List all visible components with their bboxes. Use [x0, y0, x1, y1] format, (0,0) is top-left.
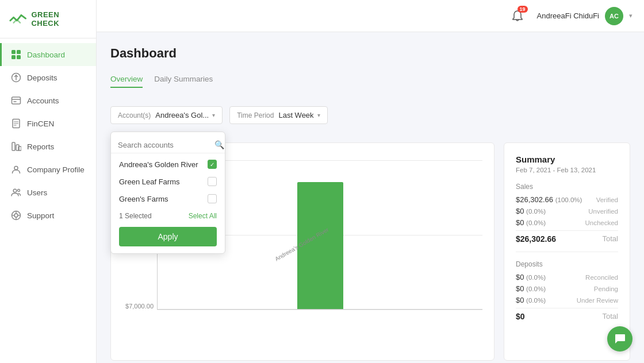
sales-total-row: $26,302.66 Total — [516, 230, 618, 244]
svg-point-22 — [14, 214, 18, 217]
accounts-dropdown-button[interactable]: Account(s) Andreea's Gol... ▾ — [110, 106, 223, 124]
sales-status-2: Unverified — [588, 208, 618, 215]
svg-point-18 — [14, 167, 18, 170]
svg-rect-1 — [17, 50, 21, 54]
user-avatar: AC — [605, 7, 623, 25]
accounts-label: Account(s) — [118, 111, 151, 119]
logo-text: GREEN CHECK — [31, 10, 87, 28]
summary-date: Feb 7, 2021 - Feb 13, 2021 — [516, 167, 618, 173]
user-info[interactable]: AndreeaFi ChiduFi AC ▾ — [537, 7, 632, 25]
account-option-3-label: Green's Farms — [119, 195, 168, 203]
sidebar-item-users[interactable]: Users — [0, 181, 96, 204]
sales-pct-1: (100.0%) — [555, 196, 582, 203]
selected-count: 1 Selected — [119, 212, 152, 220]
time-period-value: Last Week — [278, 111, 313, 119]
svg-point-20 — [18, 190, 20, 192]
deposits-section-title: Deposits — [516, 260, 618, 268]
sales-section: Sales $26,302.66 (100.0%) Verified $0 (0… — [516, 183, 618, 244]
accounts-icon — [11, 95, 21, 106]
summary-title: Summary — [516, 155, 618, 164]
account-option-3[interactable]: Green's Farms — [111, 190, 225, 207]
dashboard-tabs: Overview Daily Summaries — [110, 75, 630, 88]
deposits-amount-2-val: $0 — [516, 284, 524, 293]
sales-amount-3-val: $0 — [516, 218, 524, 227]
account-option-2-checkbox[interactable] — [208, 177, 217, 186]
chat-icon — [614, 333, 626, 345]
sales-pct-3: (0.0%) — [526, 219, 546, 226]
sidebar-item-label-users: Users — [27, 188, 47, 197]
sales-row-3: $0 (0.0%) Unchecked — [516, 218, 618, 227]
deposits-status-3: Under Review — [577, 297, 618, 304]
tab-overview[interactable]: Overview — [110, 75, 143, 88]
sidebar-item-label-support: Support — [27, 211, 54, 220]
select-all-link[interactable]: Select All — [189, 212, 217, 220]
sidebar-item-label-accounts: Accounts — [27, 96, 59, 105]
time-period-chevron-icon: ▾ — [317, 112, 320, 118]
sidebar: GREEN CHECK Dashboard Deposits — [0, 0, 97, 363]
sidebar-item-support[interactable]: Support — [0, 204, 96, 227]
sales-amount-1: $26,302.66 (100.0%) — [516, 195, 582, 204]
fincen-icon — [11, 118, 21, 129]
deposits-amount-1: $0 (0.0%) — [516, 273, 546, 281]
deposits-amount-3-val: $0 — [516, 296, 524, 304]
accounts-value: Andreea's Gol... — [155, 111, 209, 119]
support-icon — [11, 210, 21, 221]
account-option-2[interactable]: Green Leaf Farms — [111, 173, 225, 190]
deposits-section: Deposits $0 (0.0%) Reconciled $0 (0.0%) — [516, 260, 618, 321]
deposits-icon — [11, 72, 21, 83]
apply-button[interactable]: Apply — [119, 227, 217, 246]
accounts-dropdown-menu: 🔍 Andreea's Golden River ✓ Green Leaf Fa… — [110, 132, 225, 254]
sidebar-item-label-fincen: FinCEN — [27, 119, 54, 128]
sidebar-item-reports[interactable]: Reports — [0, 135, 96, 158]
sidebar-item-label-reports: Reports — [27, 142, 54, 151]
sidebar-item-dashboard[interactable]: Dashboard — [0, 43, 96, 66]
sales-row-1: $26,302.66 (100.0%) Verified — [516, 195, 618, 204]
account-option-1-checkbox[interactable]: ✓ — [208, 160, 217, 169]
deposits-row-3: $0 (0.0%) Under Review — [516, 296, 618, 304]
sales-amount-2: $0 (0.0%) — [516, 207, 546, 215]
svg-rect-8 — [12, 97, 21, 104]
users-icon — [11, 187, 21, 198]
sales-section-title: Sales — [516, 183, 618, 191]
sidebar-item-label-deposits: Deposits — [27, 74, 57, 82]
sales-total-label: Total — [603, 234, 618, 244]
sidebar-item-deposits[interactable]: Deposits — [0, 66, 96, 89]
deposits-total-amount: $0 — [516, 312, 525, 321]
deposits-pct-3: (0.0%) — [526, 297, 546, 304]
time-period-label: Time Period — [237, 111, 274, 119]
account-option-1[interactable]: Andreea's Golden River ✓ — [111, 156, 225, 173]
summary-divider — [516, 252, 618, 252]
sidebar-item-label-dashboard: Dashboard — [27, 51, 65, 59]
deposits-total-label: Total — [603, 312, 618, 321]
company-profile-icon — [11, 164, 21, 175]
sales-status-1: Verified — [596, 196, 618, 203]
deposits-status-2: Pending — [594, 285, 618, 292]
sidebar-item-fincen[interactable]: FinCEN — [0, 112, 96, 135]
time-period-dropdown-button[interactable]: Time Period Last Week ▾ — [229, 106, 327, 124]
user-menu-chevron: ▾ — [629, 12, 632, 20]
sidebar-item-accounts[interactable]: Accounts — [0, 89, 96, 112]
summary-card: Summary Feb 7, 2021 - Feb 13, 2021 Sales… — [504, 142, 630, 361]
chat-button[interactable] — [607, 326, 632, 352]
account-option-3-checkbox[interactable] — [208, 194, 217, 203]
reports-icon — [11, 141, 21, 152]
notification-badge: 19 — [518, 6, 528, 13]
deposits-pct-2: (0.0%) — [526, 285, 546, 292]
toolbar: Account(s) Andreea's Gol... ▾ Time Perio… — [110, 106, 630, 124]
tab-daily-summaries[interactable]: Daily Summaries — [154, 75, 213, 88]
deposits-total-row: $0 Total — [516, 308, 618, 321]
deposits-amount-2: $0 (0.0%) — [516, 284, 546, 293]
sales-status-3: Unchecked — [585, 219, 618, 226]
sidebar-item-label-company-profile: Company Profile — [27, 165, 85, 174]
account-option-1-label: Andreea's Golden River — [119, 160, 198, 169]
topbar: 19 AndreeaFi ChiduFi AC ▾ — [97, 0, 644, 32]
search-icon: 🔍 — [214, 140, 224, 149]
account-option-2-label: Green Leaf Farms — [119, 177, 180, 186]
dropdown-footer: 1 Selected Select All — [111, 207, 225, 221]
sidebar-item-company-profile[interactable]: Company Profile — [0, 158, 96, 181]
notification-button[interactable]: 19 — [507, 6, 528, 26]
content-area: Dashboard Overview Daily Summaries Accou… — [97, 32, 644, 363]
accounts-chevron-icon: ▾ — [212, 112, 215, 118]
search-input[interactable] — [118, 141, 214, 149]
user-name: AndreeaFi ChiduFi — [537, 11, 599, 20]
